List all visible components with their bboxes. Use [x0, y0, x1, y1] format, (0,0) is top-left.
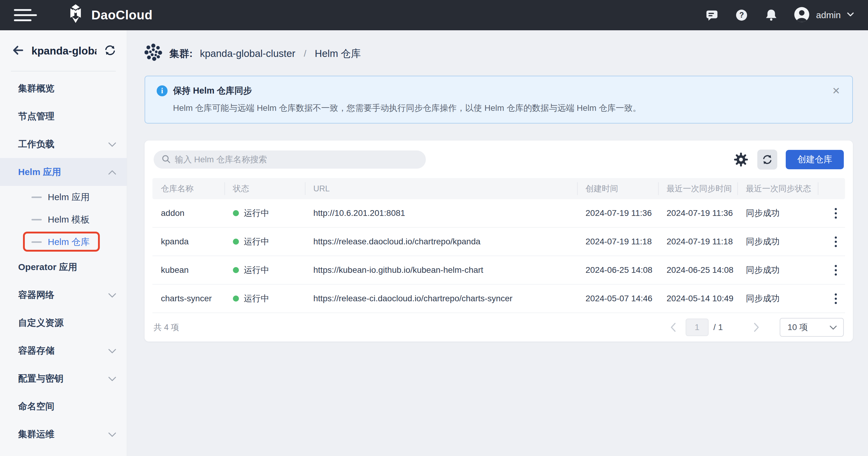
search-input[interactable]	[175, 155, 422, 164]
table-row: kubean 运行中 https://kubean-io.github.io/k…	[152, 256, 845, 284]
prev-page-icon[interactable]	[669, 323, 678, 332]
brand-logo[interactable]: DaoCloud	[66, 4, 152, 26]
user-menu[interactable]: admin	[794, 6, 854, 24]
message-icon[interactable]	[705, 8, 719, 22]
created-at: 2024-07-19 11:36	[577, 199, 658, 227]
chevron-down-icon	[108, 429, 117, 439]
gear-icon[interactable]	[733, 152, 749, 167]
total-count: 共 4 项	[154, 322, 179, 333]
sidebar-item-workloads[interactable]: 工作负载	[0, 130, 127, 158]
alert-close-icon[interactable]: ✕	[832, 86, 840, 96]
page-size-select[interactable]: 10 项	[780, 318, 844, 337]
col-last-sync-status: 最近一次同步状态	[737, 178, 818, 199]
sidebar-subitem-helm-repos[interactable]: Helm 仓库	[0, 231, 127, 253]
sidebar-subitem-helm-templates[interactable]: Helm 模板	[0, 208, 127, 231]
sidebar-item-cluster-overview[interactable]: 集群概览	[0, 75, 127, 102]
sidebar-item-container-storage[interactable]: 容器存储	[0, 337, 127, 365]
repo-url: https://release.daocloud.io/chartrepo/kp…	[305, 227, 577, 256]
sidebar-subitem-helm-apps[interactable]: Helm 应用	[0, 186, 127, 208]
col-url: URL	[305, 178, 577, 199]
chevron-down-icon	[108, 290, 117, 300]
status-dot-running	[233, 267, 239, 273]
table-row: kpanda 运行中 https://release.daocloud.io/c…	[152, 227, 845, 256]
sidebar-divider	[11, 71, 116, 72]
sidebar-item-operator-apps[interactable]: Operator 应用	[0, 253, 127, 281]
last-sync-at: 2024-06-25 14:08	[658, 256, 737, 284]
row-actions-kebab-icon[interactable]	[827, 293, 845, 304]
col-last-sync-at: 最近一次同步时间	[658, 178, 737, 199]
sidebar-item-cluster-ops[interactable]: 集群运维	[0, 420, 127, 448]
sidebar-item-custom-resources[interactable]: 自定义资源	[0, 309, 127, 337]
status-dot-running	[233, 238, 239, 245]
last-sync-status: 同步成功	[737, 284, 818, 313]
switch-cluster-icon[interactable]	[104, 44, 117, 58]
pagination: / 1 10 项	[669, 318, 844, 337]
brand-name: DaoCloud	[91, 8, 152, 22]
page-number-input[interactable]	[686, 318, 709, 336]
status-text: 运行中	[244, 264, 269, 276]
repo-url: https://kubean-io.github.io/kubean-helm-…	[305, 256, 577, 284]
cluster-switcher: kpanda-global-cl...	[0, 39, 127, 63]
table-row: charts-syncer 运行中 https://release-ci.dao…	[152, 284, 845, 313]
chevron-down-icon	[847, 12, 854, 18]
repo-url: http://10.6.201.201:8081	[305, 199, 577, 227]
status-dot-running	[233, 295, 239, 302]
notifications-bell-icon[interactable]	[764, 8, 778, 22]
created-at: 2024-07-19 11:18	[577, 227, 658, 256]
col-repo-name: 仓库名称	[152, 178, 224, 199]
row-actions-kebab-icon[interactable]	[827, 208, 845, 219]
sidebar-item-node-management[interactable]: 节点管理	[0, 102, 127, 130]
row-actions-kebab-icon[interactable]	[827, 236, 845, 247]
breadcrumb-cluster-label: 集群:	[169, 47, 193, 61]
alert-description: Helm 仓库可能与远端 Helm 仓库数据不一致，您需要手动执行同步仓库操作，…	[173, 102, 825, 114]
navbar-actions: ? admin	[705, 6, 854, 24]
status-text: 运行中	[244, 236, 269, 247]
last-sync-status: 同步成功	[737, 256, 818, 284]
alert-title: 保持 Helm 仓库同步	[173, 85, 252, 97]
repo-name[interactable]: kpanda	[152, 227, 224, 256]
chevron-down-icon	[108, 373, 117, 383]
cluster-name: kpanda-global-cl...	[31, 45, 96, 57]
repo-name[interactable]: addon	[152, 199, 224, 227]
refresh-button[interactable]	[757, 149, 777, 170]
next-page-icon[interactable]	[752, 323, 761, 332]
repo-name[interactable]: kubean	[152, 256, 224, 284]
daocloud-logo-icon	[66, 4, 85, 26]
main-content: 集群: kpanda-global-cluster / Helm 仓库 i 保持…	[127, 30, 868, 456]
sidebar-item-container-network[interactable]: 容器网络	[0, 281, 127, 309]
menu-toggle-icon[interactable]	[14, 9, 37, 21]
last-sync-at: 2024-07-19 11:18	[658, 227, 737, 256]
page-size-value: 10 项	[787, 321, 808, 333]
sidebar-item-namespaces[interactable]: 命名空间	[0, 392, 127, 420]
last-sync-at: 2024-07-19 11:36	[658, 199, 737, 227]
col-status: 状态	[224, 178, 305, 199]
sidebar-item-config-secrets[interactable]: 配置与密钥	[0, 365, 127, 392]
table-footer: 共 4 项 / 1 10 项	[145, 313, 853, 342]
chevron-down-icon	[108, 139, 117, 149]
top-navbar: DaoCloud ?	[0, 0, 868, 30]
last-sync-at: 2024-05-14 10:49	[658, 284, 737, 313]
row-actions-kebab-icon[interactable]	[827, 265, 845, 276]
last-sync-status: 同步成功	[737, 227, 818, 256]
search-box[interactable]	[154, 150, 426, 169]
dash-icon	[31, 197, 42, 198]
breadcrumb-cluster-name[interactable]: kpanda-global-cluster	[200, 48, 296, 59]
col-actions	[818, 178, 845, 199]
dash-icon	[31, 241, 42, 243]
back-arrow-icon[interactable]	[12, 44, 24, 58]
cluster-dots-icon	[145, 44, 162, 64]
repo-name[interactable]: charts-syncer	[152, 284, 224, 313]
create-repo-button[interactable]: 创建仓库	[786, 150, 844, 169]
info-icon: i	[157, 85, 167, 96]
dash-icon	[31, 219, 42, 221]
status-text: 运行中	[244, 207, 269, 219]
breadcrumb-separator: /	[304, 49, 306, 59]
status-text: 运行中	[244, 293, 269, 304]
search-icon	[161, 154, 170, 165]
sync-info-alert: i 保持 Helm 仓库同步 Helm 仓库可能与远端 Helm 仓库数据不一致…	[145, 76, 853, 123]
page-total: / 1	[713, 322, 723, 332]
sidebar-item-helm-apps-group[interactable]: Helm 应用	[0, 158, 127, 186]
repo-table: 仓库名称 状态 URL 创建时间 最近一次同步时间 最近一次同步状态 addon	[145, 178, 853, 313]
chevron-up-icon	[108, 167, 117, 177]
help-icon[interactable]: ?	[734, 8, 749, 22]
